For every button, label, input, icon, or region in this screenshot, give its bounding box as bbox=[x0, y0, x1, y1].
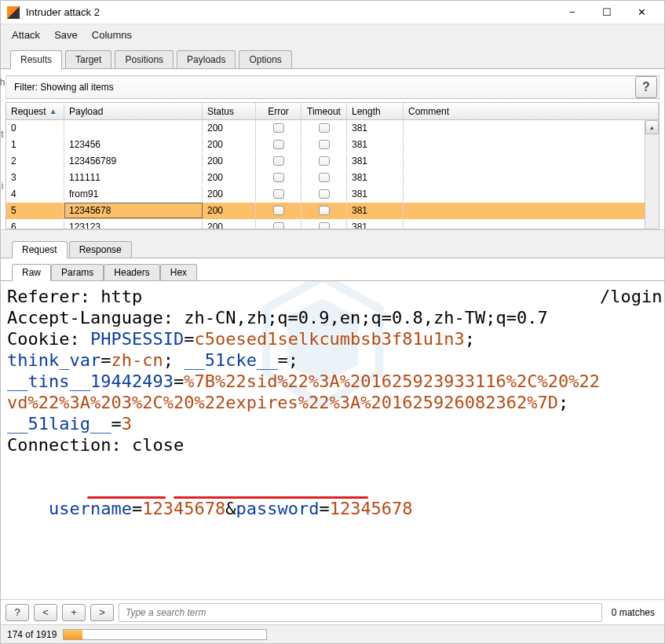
cell-timeout bbox=[301, 186, 347, 202]
table-row[interactable]: 1123456200381 bbox=[6, 137, 659, 153]
checkbox-icon bbox=[319, 189, 330, 199]
tab-positions[interactable]: Positions bbox=[115, 50, 174, 68]
checkbox-icon bbox=[319, 206, 330, 215]
raw-request-panel[interactable]: Referer: http /login.html Accept-Languag… bbox=[1, 281, 664, 599]
table-row[interactable]: 512345678200381 bbox=[6, 203, 659, 219]
raw-body-line: username=12345678&password=12345678 bbox=[7, 477, 658, 583]
help-button[interactable]: ? bbox=[635, 76, 657, 98]
checkbox-icon bbox=[273, 189, 284, 199]
col-timeout[interactable]: Timeout bbox=[301, 103, 347, 119]
checkbox-icon bbox=[273, 173, 284, 182]
table-row[interactable]: 0200381 bbox=[6, 120, 659, 137]
cell-status: 200 bbox=[203, 120, 256, 136]
prev-match-button[interactable]: < bbox=[34, 604, 57, 621]
tab-params[interactable]: Params bbox=[51, 264, 104, 280]
cell-request: 2 bbox=[6, 153, 64, 169]
cell-request: 5 bbox=[6, 203, 64, 218]
col-comment[interactable]: Comment bbox=[404, 103, 659, 119]
vertical-scrollbar[interactable]: ▴ bbox=[645, 120, 659, 229]
menu-attack[interactable]: Attack bbox=[7, 27, 45, 42]
tab-raw[interactable]: Raw bbox=[12, 264, 51, 281]
cell-payload bbox=[64, 120, 203, 136]
cell-request: 3 bbox=[6, 170, 64, 185]
cell-status: 200 bbox=[203, 186, 256, 202]
maximize-button[interactable]: ☐ bbox=[590, 2, 623, 24]
checkbox-icon bbox=[273, 140, 284, 149]
raw-line: __51laig__=3 bbox=[7, 413, 658, 434]
checkbox-icon bbox=[319, 222, 330, 229]
regex-help-button[interactable]: ? bbox=[5, 604, 29, 621]
scroll-up-icon[interactable]: ▴ bbox=[645, 120, 659, 134]
tab-response[interactable]: Response bbox=[69, 241, 132, 258]
col-request[interactable]: Request▲ bbox=[6, 103, 64, 119]
cell-request: 1 bbox=[6, 137, 64, 152]
table-row[interactable]: 4from91200381 bbox=[6, 186, 659, 203]
results-table: Request▲ Payload Status Error Timeout Le… bbox=[5, 102, 660, 229]
search-toolbar: ? < + > 0 matches bbox=[1, 599, 664, 624]
col-error[interactable]: Error bbox=[256, 103, 301, 119]
cell-request: 0 bbox=[6, 120, 64, 136]
cell-length: 381 bbox=[347, 137, 404, 152]
raw-line: Cookie: PHPSESSID=c5oesed1selkcumbsb3f81… bbox=[7, 328, 658, 349]
checkbox-icon bbox=[273, 123, 284, 133]
tab-hex[interactable]: Hex bbox=[160, 264, 197, 280]
table-row[interactable]: 6123123200381 bbox=[6, 219, 659, 229]
cell-comment bbox=[404, 203, 659, 218]
checkbox-icon bbox=[319, 156, 330, 166]
cell-comment bbox=[404, 170, 659, 185]
status-bar: 174 of 1919 bbox=[1, 624, 664, 643]
tab-target[interactable]: Target bbox=[65, 50, 111, 68]
tab-request[interactable]: Request bbox=[12, 241, 68, 258]
filter-text: Filter: Showing all items bbox=[6, 82, 634, 93]
cell-comment bbox=[404, 120, 659, 136]
table-row[interactable]: 2123456789200381 bbox=[6, 153, 659, 170]
progress-bar bbox=[63, 629, 267, 640]
left-edge-letters: h t i bbox=[0, 44, 5, 587]
cell-length: 381 bbox=[347, 219, 404, 229]
col-payload[interactable]: Payload bbox=[64, 103, 203, 119]
checkbox-icon bbox=[273, 156, 284, 166]
cell-timeout bbox=[301, 219, 347, 229]
window-buttons: − ☐ ✕ bbox=[556, 2, 658, 24]
match-count: 0 matches bbox=[607, 607, 660, 618]
cell-length: 381 bbox=[347, 120, 404, 136]
splitter[interactable] bbox=[1, 229, 664, 236]
menu-columns[interactable]: Columns bbox=[87, 27, 137, 42]
cell-error bbox=[256, 153, 301, 169]
tab-options[interactable]: Options bbox=[239, 50, 291, 68]
window-title: Intruder attack 2 bbox=[26, 6, 556, 18]
cell-comment bbox=[404, 219, 659, 229]
table-row[interactable]: 3111111200381 bbox=[6, 170, 659, 186]
raw-line: Accept-Language: zh-CN,zh;q=0.9,en;q=0.8… bbox=[7, 307, 658, 328]
checkbox-icon bbox=[319, 123, 330, 133]
next-match-button[interactable]: > bbox=[90, 604, 114, 621]
cell-request: 6 bbox=[6, 219, 64, 229]
cell-error bbox=[256, 137, 301, 152]
tab-payloads[interactable]: Payloads bbox=[177, 50, 236, 68]
cell-comment bbox=[404, 186, 659, 202]
menu-save[interactable]: Save bbox=[49, 27, 82, 42]
search-input[interactable] bbox=[119, 603, 602, 622]
checkbox-icon bbox=[273, 206, 284, 215]
cell-payload: 123456 bbox=[64, 137, 203, 152]
red-underline bbox=[87, 496, 166, 499]
cell-length: 381 bbox=[347, 186, 404, 202]
table-body: 0200381112345620038121234567892003813111… bbox=[6, 120, 659, 229]
cell-error bbox=[256, 170, 301, 185]
close-button[interactable]: ✕ bbox=[625, 2, 658, 24]
filter-bar[interactable]: Filter: Showing all items ? bbox=[5, 75, 660, 99]
cell-comment bbox=[404, 137, 659, 152]
add-match-button[interactable]: + bbox=[62, 604, 86, 621]
col-length[interactable]: Length bbox=[347, 103, 404, 119]
view-tabs: Raw Params Headers Hex bbox=[1, 258, 664, 281]
col-status[interactable]: Status bbox=[203, 103, 256, 119]
cell-timeout bbox=[301, 170, 347, 185]
cell-error bbox=[256, 219, 301, 229]
main-tabs: Results Target Positions Payloads Option… bbox=[1, 45, 664, 69]
tab-results[interactable]: Results bbox=[10, 50, 62, 69]
red-underline bbox=[174, 496, 368, 499]
status-text: 174 of 1919 bbox=[7, 629, 57, 640]
minimize-button[interactable]: − bbox=[556, 2, 589, 24]
tab-headers[interactable]: Headers bbox=[104, 264, 159, 280]
cell-length: 381 bbox=[347, 170, 404, 185]
